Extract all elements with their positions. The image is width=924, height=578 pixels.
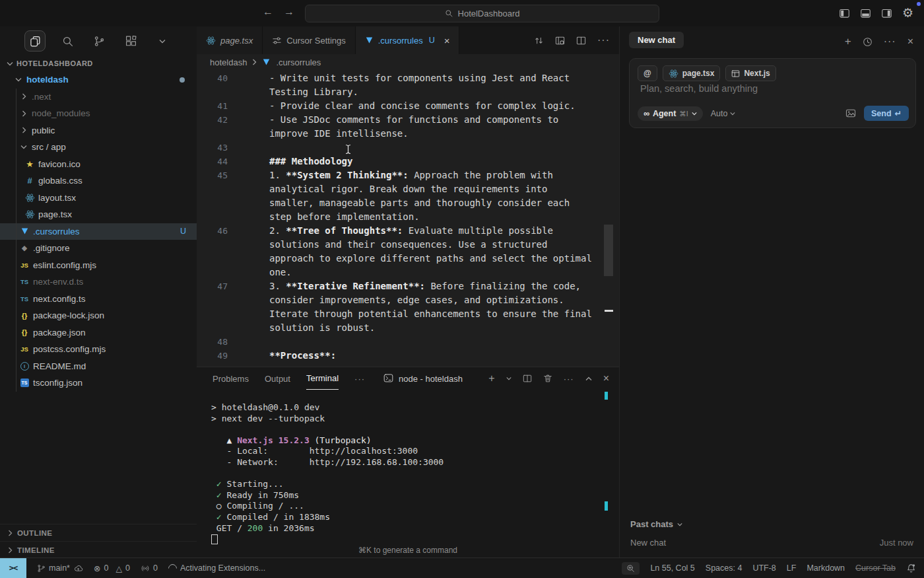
kill-terminal-icon[interactable] [543, 374, 552, 383]
close-icon[interactable]: × [444, 36, 450, 46]
tree-item-postcss.config.mjs[interactable]: JSpostcss.config.mjs [0, 341, 197, 358]
tree-item-globals.css[interactable]: #globals.css [0, 172, 197, 190]
attach-image-button[interactable] [845, 108, 856, 118]
section-outline[interactable]: OUTLINE [0, 524, 197, 541]
panel-tab-output[interactable]: Output [265, 368, 290, 390]
tree-item-package.json[interactable]: {}package.json [0, 324, 197, 342]
terminal-picker-icon[interactable] [506, 377, 512, 380]
cursor-tab-toggle[interactable]: Cursor Tab [855, 563, 896, 573]
tree-item-page.tsx[interactable]: page.tsx [0, 206, 197, 223]
section-label: TIMELINE [17, 546, 55, 554]
bell-icon[interactable] [906, 563, 916, 573]
split-terminal-icon[interactable] [523, 374, 532, 383]
new-chat-icon[interactable]: + [845, 36, 851, 48]
code-line-wrap: smaller, manageable parts and thoroughly… [197, 196, 619, 210]
send-button[interactable]: Send ↵ [864, 106, 909, 121]
code-editor[interactable]: 40- Write unit tests for components usin… [197, 70, 619, 368]
encoding-indicator[interactable]: UTF-8 [752, 563, 776, 573]
tree-item-next-env.d.ts[interactable]: TSnext-env.d.ts [0, 273, 197, 291]
activity-extensions-button[interactable] [121, 31, 141, 51]
line-number [197, 238, 228, 252]
line-number [197, 182, 228, 196]
tree-item-.next[interactable]: .next [0, 89, 197, 106]
activity-more-button[interactable] [152, 31, 172, 51]
ports-indicator[interactable]: 0 [141, 563, 158, 573]
panel-tab-terminal[interactable]: Terminal [306, 367, 339, 390]
history-forward-button[interactable]: → [284, 6, 294, 18]
diff-editor-icon[interactable] [534, 36, 544, 46]
context-chip-page-tsx[interactable]: page.tsx [663, 65, 721, 81]
tree-item-.cursorrules[interactable]: .cursorrulesU [0, 223, 197, 240]
add-context-button[interactable]: @ [638, 65, 657, 81]
activity-source-control-button[interactable] [89, 31, 109, 51]
history-icon[interactable] [863, 37, 873, 47]
language-indicator[interactable]: Markdown [807, 563, 845, 573]
breadcrumb[interactable]: hoteldash .cursorrules [197, 54, 619, 70]
more-icon[interactable]: ··· [597, 34, 610, 46]
line-col-indicator[interactable]: Ln 55, Col 5 [650, 563, 694, 573]
tab-page-tsx[interactable]: page.tsx [197, 26, 263, 54]
warning-count: 0 [125, 563, 130, 573]
problems-indicator[interactable]: ⊗ 0 △ 0 [94, 563, 130, 573]
panel-tab-problems[interactable]: Problems [213, 368, 249, 390]
terminal-session[interactable]: node - hoteldash [383, 374, 463, 384]
line-number: 45 [197, 168, 228, 182]
split-editor-icon[interactable] [576, 36, 586, 46]
more-icon[interactable]: ··· [354, 374, 365, 384]
tree-item-next.config.ts[interactable]: TSnext.config.ts [0, 291, 197, 308]
tree-item-package-lock.json[interactable]: {}package-lock.json [0, 307, 197, 324]
past-chat-item[interactable]: New chatJust now [630, 538, 913, 548]
command-center-search[interactable]: HotelDashboard [305, 5, 659, 22]
tree-item-tsconfig.json[interactable]: TStsconfig.json [0, 375, 197, 392]
tree-item-eslint.config.mjs[interactable]: JSeslint.config.mjs [0, 257, 197, 274]
close-panel-icon[interactable]: × [603, 374, 609, 384]
activity-explorer-button[interactable] [24, 30, 46, 52]
history-back-button[interactable]: ← [263, 6, 273, 18]
zoom-button[interactable] [622, 562, 640, 575]
indent-indicator[interactable]: Spaces: 4 [706, 563, 742, 573]
agent-mode-picker[interactable]: ∞ Agent ⌘I [638, 106, 703, 121]
open-changes-icon[interactable] [555, 36, 565, 46]
close-icon[interactable]: × [908, 36, 913, 48]
tree-item-src-app[interactable]: src / app [0, 139, 197, 156]
activity-search-button[interactable] [57, 31, 77, 51]
tree-item-layout.tsx[interactable]: layout.tsx [0, 190, 197, 207]
remote-indicator[interactable]: >< [0, 558, 26, 578]
more-icon[interactable]: ··· [564, 374, 574, 384]
tree-item-favicon.ico[interactable]: ★favicon.ico [0, 156, 197, 173]
tree-item-hoteldash[interactable]: hoteldash [0, 71, 197, 89]
explorer-section-header[interactable]: HOTELDASHBOARD [0, 55, 197, 71]
sidebar-bottom-sections: OUTLINETIMELINE [0, 524, 197, 558]
tree-item-public[interactable]: public [0, 122, 197, 139]
tree-item-node-modules[interactable]: node_modules [0, 105, 197, 122]
more-icon[interactable]: ··· [884, 36, 896, 48]
terminal-output[interactable]: > hoteldash@0.1.0 dev> next dev --turbop… [211, 402, 444, 548]
section-timeline[interactable]: TIMELINE [0, 541, 197, 558]
chat-title-tab[interactable]: New chat [629, 32, 684, 48]
eol-indicator[interactable]: LF [787, 563, 797, 573]
gear-icon[interactable]: ⚙ [902, 7, 913, 20]
maximize-panel-icon[interactable] [585, 377, 592, 381]
tab-label: .cursorrules [378, 36, 423, 46]
chat-input-card[interactable]: @ page.tsxNext.js Plan, search, build an… [629, 58, 916, 128]
model-picker[interactable]: Auto [711, 109, 736, 118]
tab-cursorrules[interactable]: .cursorrules U × [356, 26, 460, 54]
terminal-scroll-mark [605, 501, 608, 511]
new-terminal-icon[interactable]: + [488, 374, 494, 384]
layout-sidebar-left-icon[interactable] [839, 9, 850, 18]
tree-item-label: .gitignore [33, 243, 70, 253]
tree-item-readme.md[interactable]: iREADME.md [0, 358, 197, 375]
breadcrumb-folder[interactable]: hoteldash [210, 57, 247, 67]
branch-indicator[interactable]: main* [37, 563, 83, 573]
breadcrumb-file[interactable]: .cursorrules [276, 57, 321, 67]
editor-scrollbar[interactable] [604, 225, 613, 276]
layout-panel-bottom-icon[interactable] [860, 9, 871, 18]
past-chats-header[interactable]: Past chats [630, 519, 913, 529]
tree-item-.gitignore[interactable]: ◆.gitignore [0, 240, 197, 257]
code-line-wrap: analytical rigor. Break down the require… [197, 182, 619, 196]
chat-input-placeholder[interactable]: Plan, search, build anything [640, 83, 758, 94]
layout-sidebar-right-icon[interactable] [881, 9, 892, 18]
tab-cursor-settings[interactable]: Cursor Settings [263, 26, 356, 54]
activating-extensions-status[interactable]: Activating Extensions... [168, 563, 265, 573]
context-chip-next-js[interactable]: Next.js [725, 65, 776, 81]
